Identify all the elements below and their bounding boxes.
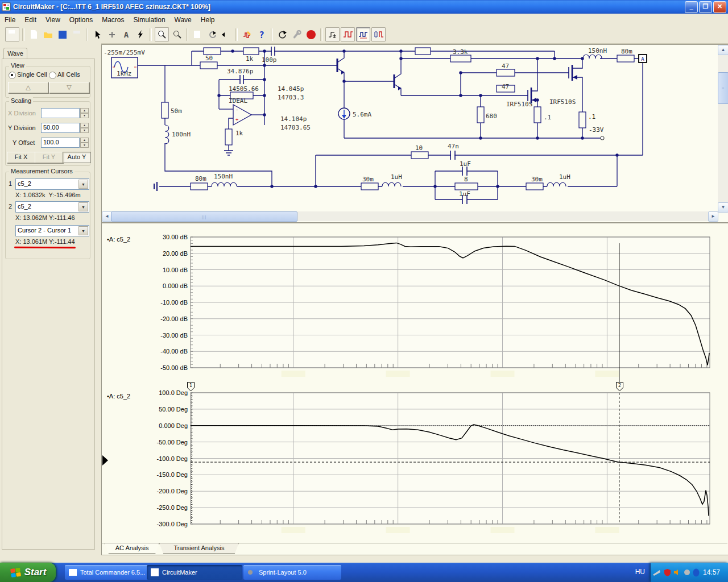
tab-wave[interactable]: Wave [3, 48, 27, 60]
task-sprint-layout[interactable]: Sprint-Layout 5.0 [243, 565, 341, 580]
hscroll-thumb[interactable]: ||| [111, 211, 297, 222]
scroll-right-icon[interactable]: ► [708, 211, 718, 222]
help-icon[interactable]: ? [255, 28, 268, 41]
rerun-analysis-icon[interactable] [276, 28, 289, 41]
start-button[interactable]: Start [0, 563, 56, 582]
component-label: -255m/255mV [104, 49, 145, 56]
text-tool-icon[interactable]: A [119, 28, 133, 41]
rotate-icon[interactable] [205, 28, 218, 41]
component-label: -33V [589, 126, 604, 134]
edit-simulation-icon[interactable] [241, 28, 254, 41]
task-total-commander[interactable]: Total Commander 6.5... [65, 565, 151, 580]
menu-help[interactable]: Help [196, 15, 220, 25]
security-shield-icon[interactable] [663, 568, 672, 577]
toolbar-separator [320, 28, 322, 41]
phase-plot[interactable]: 100.0 Deg50.00 Deg0.000 Deg-50.00 Deg-10… [101, 389, 727, 534]
menu-options[interactable]: Options [65, 15, 97, 25]
fit-y-button[interactable]: Fit Y [35, 152, 63, 163]
language-indicator[interactable]: HU [635, 568, 645, 576]
axis-tick-label: -100.0 Deg [157, 455, 188, 462]
fit-x-button[interactable]: Fit X [7, 152, 35, 163]
cursor-diff-combo-arrow[interactable]: ▼ [78, 226, 88, 235]
restore-button[interactable]: ❐ [699, 1, 712, 13]
cursor2-flag[interactable]: 2 [616, 382, 623, 392]
magnitude-plot[interactable]: 30.00 dB20.00 dB10.00 dB0.000 dB-10.00 d… [101, 233, 727, 383]
scope-mixed-icon[interactable] [371, 27, 386, 41]
print-icon[interactable] [70, 28, 83, 41]
scope-pulse-icon[interactable] [356, 27, 370, 41]
y-division-input[interactable]: 50.00 [41, 123, 80, 133]
menu-view[interactable]: View [41, 15, 65, 25]
scroll-down-icon[interactable]: ▼ [718, 202, 728, 213]
wire-tool-icon[interactable] [134, 28, 147, 41]
zoom-window-icon[interactable] [155, 27, 169, 41]
view-legend: View [9, 62, 26, 69]
mute-speaker-icon[interactable] [684, 569, 691, 576]
setup-icon[interactable] [290, 28, 303, 41]
schematic-hscroll[interactable]: ◄ ||| ► [102, 211, 718, 221]
pointer-icon[interactable] [91, 28, 104, 41]
tab-transient-analysis[interactable]: Transient Analysis [159, 543, 239, 554]
menu-file[interactable]: File [0, 15, 20, 25]
add-part-icon[interactable] [105, 28, 118, 41]
zoom-icon[interactable] [170, 28, 183, 41]
new-file-icon[interactable] [27, 28, 40, 41]
volume-icon[interactable] [673, 568, 682, 576]
scope-transient-icon[interactable] [325, 27, 340, 41]
x-division-input[interactable] [41, 108, 80, 118]
x-division-spinner[interactable]: ▲▼ [80, 108, 89, 118]
open-file-icon[interactable] [42, 28, 55, 41]
scaling-legend: Scaling [9, 97, 33, 104]
schematic-vscroll[interactable]: ▲ ≡ ▼ [718, 45, 728, 211]
schematic-canvas[interactable]: -+A-255m/255mV1kHz501k100p34.876p14505.6… [102, 45, 718, 211]
single-cell-radio[interactable] [9, 72, 16, 79]
close-button[interactable]: ✕ [713, 1, 726, 13]
y-offset-spinner[interactable]: ▲▼ [80, 138, 89, 148]
cursor1-signal-combo[interactable]: c5_2▼ [15, 178, 89, 190]
cursor-diff-combo[interactable]: Cursor 2 - Cursor 1▼ [15, 225, 89, 236]
component-label: 14505.66 [229, 85, 259, 93]
menu-macros[interactable]: Macros [97, 15, 129, 25]
stop-simulation-icon[interactable] [304, 28, 317, 41]
save-icon[interactable] [56, 28, 69, 41]
scroll-up-icon[interactable]: ▲ [718, 45, 728, 55]
auto-y-button[interactable]: Auto Y [63, 152, 91, 163]
menu-wave[interactable]: Wave [170, 15, 196, 25]
flip-horizontal-icon[interactable] [220, 28, 233, 41]
y-division-spinner[interactable]: ▲▼ [80, 123, 89, 133]
cursor1-flag[interactable]: 1 [187, 382, 195, 392]
all-cells-radio[interactable] [49, 72, 56, 79]
cursor-diff-readout: X: 13.061M Y:-111.44 [15, 238, 75, 245]
axis-tick-label: 30.00 dB [163, 234, 188, 240]
axis-tick-label: -300.0 Deg [157, 521, 188, 527]
axis-tick-label: -150.0 Deg [157, 471, 188, 478]
tabbar-line [102, 543, 727, 543]
title-bar[interactable]: CircuitMaker - [C:...\TT 6_1 IRF510 AFEC… [0, 0, 728, 14]
component-label: 680 [486, 113, 497, 120]
cursor2-combo-arrow[interactable]: ▼ [78, 202, 88, 211]
single-cell-label[interactable]: Single Cell [17, 71, 47, 78]
cursor2-signal-combo[interactable]: c5_2▼ [15, 201, 89, 213]
bluetooth-icon[interactable] [693, 568, 700, 577]
minimize-button[interactable]: _ [685, 1, 698, 13]
cell-up-button[interactable]: △ [8, 82, 48, 93]
tablet-icon[interactable] [652, 568, 661, 576]
all-cells-label[interactable]: All Cells [57, 71, 80, 78]
x-division-label: X Division [8, 110, 36, 117]
vscroll-thumb[interactable]: ≡ [718, 72, 728, 104]
pane-selector-marker[interactable] [102, 455, 108, 465]
tab-ac-analysis[interactable]: AC Analysis [105, 543, 159, 554]
clock: 14:57 [703, 568, 720, 576]
print-preview-icon[interactable] [191, 28, 204, 41]
axis-tick-label: 0.000 Deg [159, 422, 188, 429]
parts-bin-icon[interactable] [5, 27, 19, 41]
cursor1-combo-arrow[interactable]: ▼ [78, 180, 88, 189]
menu-edit[interactable]: Edit [20, 15, 41, 25]
axis-tick-label: -20.00 dB [160, 315, 188, 322]
y-offset-input[interactable]: 100.0 [41, 138, 80, 148]
menu-simulation[interactable]: Simulation [129, 15, 170, 25]
cell-down-button[interactable]: ▽ [49, 82, 89, 93]
axis-tick-label: -50.00 Deg [157, 439, 188, 446]
scope-square-icon[interactable] [341, 27, 355, 41]
task-circuitmaker[interactable]: CircuitMaker [147, 565, 242, 580]
